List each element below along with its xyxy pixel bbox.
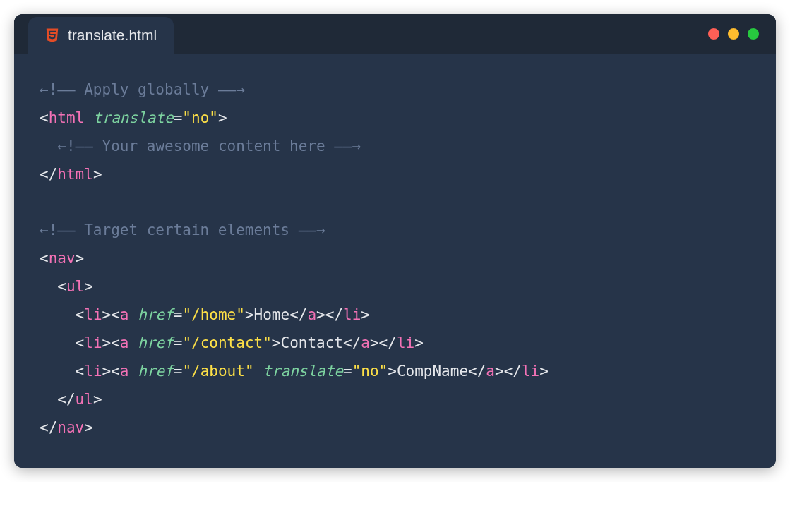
window-controls (708, 28, 759, 40)
nav-tag: nav (57, 419, 84, 436)
link-text-compname: CompName (397, 363, 468, 380)
comment-close: ——→ (299, 222, 325, 238)
close-bracket: > (84, 278, 93, 295)
close-bracket: > (93, 391, 102, 408)
ul-tag: ul (66, 278, 84, 295)
code-line-13: </nav> (40, 414, 750, 442)
translate-attr: translate (93, 109, 174, 126)
href-value: "/contact" (182, 334, 271, 351)
code-line-7: <nav> (40, 245, 750, 273)
close-tag-bracket: </ (40, 166, 57, 183)
translate-attr: translate (263, 363, 343, 380)
code-line-4: </html> (40, 161, 750, 189)
close-tag-bracket: </ (57, 391, 75, 408)
href-value: "/home" (182, 306, 245, 323)
href-value: "/about" (182, 363, 253, 380)
close-bracket: > (84, 419, 93, 436)
href-attr: href (138, 306, 174, 323)
html-tag: html (57, 166, 93, 183)
html5-icon (45, 28, 59, 43)
titlebar: translate.html (14, 14, 776, 54)
minimize-button[interactable] (728, 28, 739, 40)
li-tag: li (84, 306, 102, 323)
a-tag: a (120, 363, 129, 380)
link-text-contact: Contact (280, 334, 343, 351)
maximize-button[interactable] (748, 28, 759, 40)
code-line-10: <li><a href="/contact">Contact</a></li> (40, 330, 750, 358)
blank-line (40, 189, 750, 217)
close-tag-bracket: </ (40, 419, 57, 436)
code-line-1: ←!—— Apply globally ——→ (40, 76, 750, 104)
close-bracket: > (218, 109, 227, 126)
code-line-11: <li><a href="/about" translate="no">Comp… (40, 358, 750, 386)
a-tag: a (120, 334, 129, 351)
open-bracket: < (40, 250, 49, 267)
open-bracket: < (57, 278, 66, 295)
comment-close: ——→ (334, 138, 361, 155)
editor-window: translate.html ←!—— Apply globally ——→ <… (14, 14, 776, 468)
link-text-home: Home (254, 306, 290, 323)
href-attr: href (138, 334, 174, 351)
code-line-2: <html translate="no"> (40, 104, 750, 133)
tab-filename: translate.html (68, 27, 157, 44)
comment-open: ←!—— (57, 138, 93, 155)
comment-close: ——→ (218, 81, 245, 98)
html-tag: html (49, 109, 85, 126)
code-line-9: <li><a href="/home">Home</a></li> (40, 301, 750, 330)
open-bracket: < (40, 109, 49, 126)
code-line-6: ←!—— Target certain elements ——→ (40, 217, 750, 245)
a-tag: a (120, 306, 129, 323)
equals: = (174, 109, 183, 126)
comment-open: ←!—— (40, 81, 76, 98)
attr-value: "no" (182, 109, 218, 126)
comment-text: Apply globally (76, 81, 218, 98)
close-bracket: > (93, 166, 102, 183)
ul-tag: ul (76, 391, 93, 408)
li-tag: li (84, 334, 102, 351)
code-line-12: </ul> (40, 386, 750, 414)
code-editor[interactable]: ←!—— Apply globally ——→ <html translate=… (14, 54, 776, 468)
file-tab[interactable]: translate.html (28, 17, 174, 54)
close-button[interactable] (708, 28, 719, 40)
code-line-3: ←!—— Your awesome content here ——→ (40, 133, 750, 161)
code-line-8: <ul> (40, 273, 750, 301)
close-bracket: > (76, 250, 85, 267)
li-tag: li (84, 363, 102, 380)
translate-value: "no" (352, 363, 388, 380)
comment-text: Your awesome content here (93, 138, 334, 155)
comment-text: Target certain elements (76, 222, 299, 238)
comment-open: ←!—— (40, 222, 76, 238)
href-attr: href (138, 363, 174, 380)
nav-tag: nav (49, 250, 76, 267)
